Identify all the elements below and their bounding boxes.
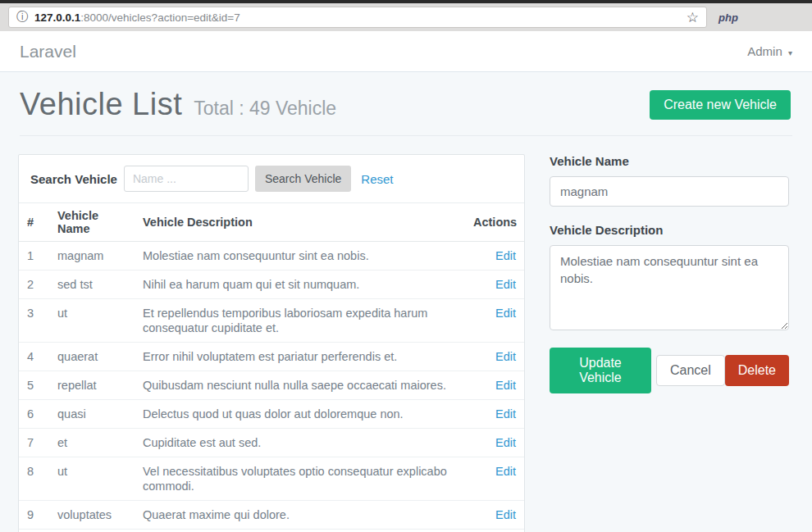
row-description: Vel necessitatibus voluptates optio cons… [135,457,465,501]
page-info-icon[interactable]: ⓘ [16,10,28,25]
table-row: 8 ut Vel necessitatibus voluptates optio… [19,457,524,501]
table-row: 6 quasi Delectus quod ut quas dolor aut … [19,400,524,429]
url-path: :8000/vehicles?action=edit&id=7 [80,11,239,24]
row-id: 4 [19,343,49,371]
search-label: Search Vehicle [30,172,117,186]
form-buttons: Update Vehicle Cancel Delete [550,348,789,393]
edit-link[interactable]: Edit [495,379,516,392]
row-description: Error dolore sint autem harum reprehende… [135,530,465,532]
col-header-id: # [19,203,49,242]
vehicle-list-card: Search Vehicle Search Vehicle Reset # Ve… [18,154,525,532]
edit-link[interactable]: Edit [495,249,516,262]
page-header: Vehicle List Total : 49 Vehicle Create n… [0,72,812,122]
chevron-down-icon: ▾ [788,48,792,57]
browser-chrome: ⓘ 127.0.0.1 :8000/vehicles?action=edit&i… [0,0,812,31]
edit-vehicle-form: Vehicle Name Vehicle Description Molesti… [550,154,789,393]
row-name: ut [49,299,135,343]
vehicle-name-input[interactable] [550,176,789,207]
main-content: Search Vehicle Search Vehicle Reset # Ve… [0,154,812,532]
cancel-button[interactable]: Cancel [656,355,725,386]
col-header-actions: Actions [465,203,524,242]
page: ⓘ 127.0.0.1 :8000/vehicles?action=edit&i… [0,0,812,532]
row-description: Delectus quod ut quas dolor aut doloremq… [135,400,465,429]
search-button[interactable]: Search Vehicle [255,166,351,192]
row-description: Molestiae nam consequuntur sint ea nobis… [135,242,465,271]
table-row: 1 magnam Molestiae nam consequuntur sint… [19,242,524,271]
vehicle-table-body: 1 magnam Molestiae nam consequuntur sint… [19,242,524,532]
reset-link[interactable]: Reset [361,172,393,186]
edit-link[interactable]: Edit [495,278,516,291]
table-row: 9 voluptates Quaerat maxime qui dolore. … [19,501,524,530]
title-group: Vehicle List Total : 49 Vehicle [20,87,336,122]
col-header-description: Vehicle Description [135,203,465,242]
table-row: 4 quaerat Error nihil voluptatem est par… [19,343,524,371]
row-id: 3 [19,299,49,343]
row-id: 10 [19,530,49,532]
row-name: et [49,429,135,457]
edit-link[interactable]: Edit [495,436,516,449]
row-description: Quaerat maxime qui dolore. [135,501,465,530]
table-row: 3 ut Et repellendus temporibus laboriosa… [19,299,524,343]
php-extension-icon[interactable]: php [718,11,738,24]
row-description: Cupiditate est aut sed. [135,429,465,457]
edit-link[interactable]: Edit [495,508,516,521]
row-id: 7 [19,429,49,457]
user-dropdown[interactable]: Admin ▾ [747,44,792,58]
update-vehicle-button[interactable]: Update Vehicle [550,348,651,393]
vehicle-name-label: Vehicle Name [550,154,789,168]
table-header-row: # Vehicle Name Vehicle Description Actio… [19,203,524,242]
user-dropdown-label: Admin [747,44,782,58]
row-name: voluptates [49,501,135,530]
table-row: 7 et Cupiditate est aut sed. Edit [19,429,524,457]
navbar: Laravel Admin ▾ [0,31,812,72]
page-title: Vehicle List [20,87,182,122]
vehicle-description-label: Vehicle Description [550,223,789,237]
row-name: magnam [49,242,135,271]
table-row: 10 eum Error dolore sint autem harum rep… [19,530,524,532]
row-id: 8 [19,457,49,501]
search-form: Search Vehicle Search Vehicle Reset [19,155,524,202]
delete-button[interactable]: Delete [725,355,789,386]
row-description: Nihil ea harum quam qui et sit numquam. [135,271,465,299]
vehicle-table: # Vehicle Name Vehicle Description Actio… [19,202,524,532]
row-name: ut [49,457,135,501]
row-name: quaerat [49,343,135,371]
edit-link[interactable]: Edit [495,350,516,363]
brand-link[interactable]: Laravel [20,42,76,61]
row-id: 9 [19,501,49,530]
col-header-name: Vehicle Name [49,203,135,242]
row-description: Error nihil voluptatem est pariatur perf… [135,343,465,371]
url-bar[interactable]: ⓘ 127.0.0.1 :8000/vehicles?action=edit&i… [8,7,707,28]
create-vehicle-button[interactable]: Create new Vehicle [650,90,791,120]
row-name: quasi [49,400,135,429]
table-row: 2 sed tst Nihil ea harum quam qui et sit… [19,271,524,299]
table-row: 5 repellat Quibusdam nesciunt nulla null… [19,371,524,400]
search-input[interactable] [124,166,249,192]
bookmark-star-icon[interactable]: ☆ [687,9,699,26]
url-host: 127.0.0.1 [34,11,80,24]
row-name: sed tst [49,271,135,299]
row-id: 1 [19,242,49,271]
edit-link[interactable]: Edit [495,465,516,478]
row-name: repellat [49,371,135,400]
vehicle-description-textarea[interactable]: Molestiae nam consequuntur sint ea nobis… [550,245,789,330]
row-id: 5 [19,371,49,400]
edit-link[interactable]: Edit [495,407,516,421]
edit-link[interactable]: Edit [495,307,516,320]
row-name: eum [49,530,135,532]
row-id: 6 [19,400,49,429]
row-id: 2 [19,271,49,299]
total-count-label: Total : 49 Vehicle [194,98,336,120]
row-description: Et repellendus temporibus laboriosam exp… [135,299,465,343]
header-divider [20,135,792,136]
row-description: Quibusdam nesciunt nulla nulla saepe occ… [135,371,465,400]
